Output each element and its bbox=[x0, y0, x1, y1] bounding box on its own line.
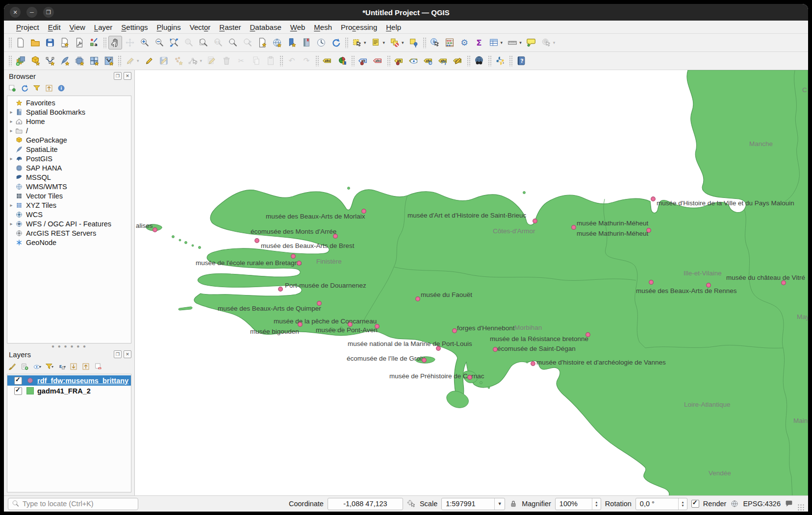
dropdown-arrow-icon[interactable]: ▾ bbox=[552, 40, 556, 45]
highlight-labels-button[interactable]: abc bbox=[371, 54, 385, 68]
new-3d-map-view-button[interactable] bbox=[270, 36, 284, 49]
scale-combo[interactable]: 1:597991 ▼ bbox=[441, 498, 505, 510]
open-project-button[interactable] bbox=[28, 36, 42, 49]
dropdown-arrow-icon[interactable]: ▾ bbox=[51, 365, 53, 369]
menu-edit[interactable]: Edit bbox=[44, 22, 65, 32]
zoom-layer-button[interactable] bbox=[197, 36, 210, 49]
deselect-button[interactable]: ▾ bbox=[388, 36, 406, 49]
filter-expression-button[interactable]: ε▾ bbox=[57, 362, 66, 371]
add-layer-button[interactable] bbox=[8, 84, 17, 93]
menu-plugins[interactable]: Plugins bbox=[152, 22, 185, 32]
new-bookmark-button[interactable] bbox=[285, 36, 299, 49]
extents-toggle-icon[interactable] bbox=[407, 499, 416, 508]
show-hide-labels-button[interactable]: abc bbox=[407, 54, 421, 68]
data-source-manager-button[interactable]: + bbox=[14, 54, 27, 68]
dropdown-arrow-icon[interactable]: ▾ bbox=[400, 40, 405, 45]
panel-refresh-button[interactable] bbox=[20, 84, 29, 93]
menu-processing[interactable]: Processing bbox=[336, 22, 381, 32]
browser-item-geopackage[interactable]: GeoPackage bbox=[7, 135, 131, 145]
browser-item-mssql[interactable]: MSSQL bbox=[7, 172, 131, 182]
processing-button[interactable]: ⚙ bbox=[457, 36, 471, 49]
dropdown-arrow-icon[interactable]: ▾ bbox=[64, 365, 66, 369]
select-by-form-button[interactable]: ▾ bbox=[369, 36, 387, 49]
map-tips-button[interactable] bbox=[525, 36, 538, 49]
rotation-spin-icons[interactable]: ▲▼ bbox=[678, 498, 687, 510]
menu-web[interactable]: Web bbox=[286, 22, 310, 32]
browser-float-icon[interactable]: ❐ bbox=[114, 72, 122, 80]
layer-item-gadm41-fra-2[interactable]: gadm41_FRA_2 bbox=[7, 386, 131, 396]
coordinate-input[interactable]: -1,088 47,123 bbox=[328, 498, 403, 510]
dropdown-arrow-icon[interactable]: ▾ bbox=[39, 365, 41, 369]
menu-vector[interactable]: Vector bbox=[185, 22, 215, 32]
new-layout-button[interactable] bbox=[58, 36, 72, 49]
window-close-icon[interactable]: ✕ bbox=[10, 7, 21, 18]
dropdown-arrow-icon[interactable]: ▾ bbox=[518, 40, 522, 45]
remove-layer-button[interactable] bbox=[94, 362, 102, 371]
identify-button[interactable]: i bbox=[428, 36, 442, 49]
save-project-button[interactable] bbox=[43, 36, 57, 49]
expand-arrow-icon[interactable]: ▸ bbox=[7, 119, 15, 124]
new-map-view-button[interactable] bbox=[255, 36, 269, 49]
new-shapefile-button[interactable] bbox=[43, 54, 57, 68]
resize-grip[interactable] bbox=[797, 504, 804, 511]
browser-item-vector-tiles[interactable]: Vector Tiles bbox=[7, 191, 131, 200]
themes-button[interactable]: ▾ bbox=[32, 362, 41, 371]
layer-item-rdf-fdw-museums-brittany[interactable]: rdf_fdw:museums_brittany bbox=[7, 375, 131, 386]
new-project-button[interactable] bbox=[14, 36, 27, 49]
magnifier-spin-icons[interactable]: ▲▼ bbox=[592, 498, 601, 510]
change-label-button[interactable]: abc bbox=[451, 54, 465, 68]
browser-item-wfs-ogc-api-features[interactable]: ▸WWFS / OGC API - Features bbox=[7, 219, 131, 228]
dropdown-arrow-icon[interactable]: ▾ bbox=[499, 40, 504, 45]
panel-collapse-button[interactable] bbox=[45, 84, 53, 93]
browser-item-favorites[interactable]: Favorites bbox=[7, 98, 131, 107]
menu-settings[interactable]: Settings bbox=[117, 22, 152, 32]
render-checkbox[interactable] bbox=[691, 500, 699, 508]
expand-all-button[interactable] bbox=[69, 362, 78, 371]
messages-icon[interactable] bbox=[785, 499, 793, 508]
new-spatialite-button[interactable] bbox=[58, 54, 72, 68]
rotate-label-button[interactable]: abc bbox=[436, 54, 450, 68]
measure-button[interactable]: ▾ bbox=[506, 36, 524, 49]
pan-button[interactable] bbox=[108, 36, 122, 49]
window-minimize-icon[interactable]: ─ bbox=[26, 7, 37, 18]
magnifier-spinbox[interactable]: 100% ▲▼ bbox=[555, 498, 601, 510]
browser-item-xyz-tiles[interactable]: ▸XYZ Tiles bbox=[7, 200, 131, 210]
new-geopackage-button[interactable] bbox=[28, 54, 42, 68]
dock-splitter[interactable]: ● ● ● ● ● ● bbox=[4, 343, 134, 348]
move-label-diagram-button[interactable]: abc bbox=[422, 54, 435, 68]
dropdown-arrow-icon[interactable]: ▾ bbox=[381, 40, 386, 45]
browser-item-geonode[interactable]: GeoNode bbox=[7, 238, 131, 247]
statistics-button[interactable] bbox=[443, 36, 457, 49]
scale-lock-icon[interactable] bbox=[509, 499, 518, 508]
panel-info-button[interactable]: i bbox=[57, 84, 66, 93]
dropdown-arrow-icon[interactable]: ▾ bbox=[362, 40, 367, 45]
locate-input[interactable]: Type to locate (Ctrl+K) bbox=[8, 498, 138, 510]
toolbar-drag-handle[interactable] bbox=[8, 55, 12, 66]
menu-database[interactable]: Database bbox=[246, 22, 286, 32]
new-scratch-layer-button[interactable] bbox=[102, 54, 116, 68]
new-virtual-layer-button[interactable] bbox=[87, 54, 101, 68]
dropdown-arrow-icon[interactable]: ▾ bbox=[199, 58, 203, 63]
browser-item-spatialite[interactable]: SpatiaLite bbox=[7, 145, 131, 154]
menu-help[interactable]: Help bbox=[381, 22, 406, 32]
layers-close-icon[interactable]: ✕ bbox=[124, 350, 131, 358]
temporal-controller-button[interactable] bbox=[314, 36, 328, 49]
scale-dropdown-icon[interactable]: ▼ bbox=[494, 498, 505, 510]
zoom-last-button[interactable] bbox=[226, 36, 240, 49]
menu-view[interactable]: View bbox=[65, 22, 90, 32]
zoom-out-button[interactable] bbox=[152, 36, 166, 49]
layout-manager-button[interactable] bbox=[73, 36, 86, 49]
show-bookmarks-button[interactable] bbox=[300, 36, 313, 49]
browser-item-[interactable]: ▸/ bbox=[7, 126, 131, 135]
styling-button[interactable] bbox=[8, 362, 17, 371]
layers-float-icon[interactable]: ❐ bbox=[114, 350, 122, 358]
menu-mesh[interactable]: Mesh bbox=[309, 22, 336, 32]
browser-close-icon[interactable]: ✕ bbox=[124, 72, 131, 80]
collapse-all-button[interactable] bbox=[81, 362, 90, 371]
expand-arrow-icon[interactable]: ▸ bbox=[7, 221, 15, 226]
toggle-editing-button[interactable] bbox=[142, 54, 156, 68]
dropdown-arrow-icon[interactable]: ▾ bbox=[135, 58, 140, 63]
expand-arrow-icon[interactable]: ▸ bbox=[7, 202, 15, 208]
browser-item-wms-wmts[interactable]: WMS/WMTS bbox=[7, 182, 131, 191]
browser-item-sap-hana[interactable]: SAP HANA bbox=[7, 163, 131, 172]
